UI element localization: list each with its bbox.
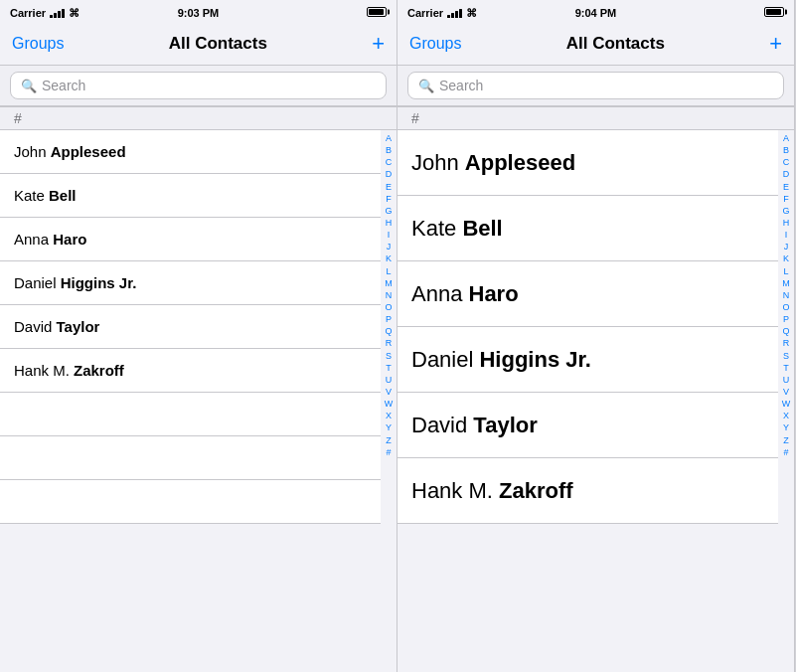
- list-item-empty: [0, 436, 381, 480]
- index-letter-t-right[interactable]: T: [783, 362, 789, 374]
- add-contact-button-left[interactable]: +: [372, 33, 385, 55]
- index-letter-y-left[interactable]: Y: [386, 421, 392, 433]
- index-sidebar-left: A B C D E F G H I J K L M N O P Q R S T …: [381, 130, 397, 672]
- index-letter-f-right[interactable]: F: [783, 193, 789, 205]
- index-letter-p-right[interactable]: P: [783, 313, 789, 325]
- index-letter-g-left[interactable]: G: [385, 205, 392, 217]
- index-letter-d-left[interactable]: D: [386, 168, 393, 180]
- index-letter-t-left[interactable]: T: [386, 362, 392, 374]
- contact-name: Kate Bell: [411, 216, 503, 242]
- search-bar-right[interactable]: 🔍 Search: [407, 72, 784, 99]
- index-letter-n-right[interactable]: N: [783, 289, 790, 301]
- search-icon-left: 🔍: [21, 79, 37, 93]
- index-letter-u-right[interactable]: U: [783, 374, 790, 386]
- contacts-list-left: John Appleseed Kate Bell Anna Haro Danie…: [0, 130, 381, 672]
- battery-icon-left: [367, 7, 387, 19]
- index-letter-g-right[interactable]: G: [782, 205, 789, 217]
- list-item[interactable]: David Taylor: [0, 305, 381, 349]
- index-letter-m-right[interactable]: M: [782, 277, 790, 289]
- index-letter-j-right[interactable]: J: [784, 241, 789, 252]
- index-letter-f-left[interactable]: F: [386, 193, 392, 205]
- battery-icon-right: [764, 7, 784, 19]
- groups-button-right[interactable]: Groups: [409, 35, 461, 53]
- left-panel: Carrier ⌘ 9:03 PM Groups All Contacts +: [0, 0, 398, 672]
- wifi-icon-left: [50, 8, 65, 18]
- index-letter-r-left[interactable]: R: [386, 337, 393, 349]
- index-letter-m-left[interactable]: M: [385, 277, 393, 289]
- contact-name: David Taylor: [411, 413, 538, 438]
- index-letter-w-left[interactable]: W: [385, 398, 394, 410]
- index-letter-s-left[interactable]: S: [386, 350, 392, 362]
- search-icon-right: 🔍: [418, 79, 434, 93]
- index-letter-b-left[interactable]: B: [386, 144, 392, 156]
- list-item[interactable]: Kate Bell: [398, 196, 778, 261]
- contact-name: Anna Haro: [14, 231, 86, 248]
- index-letter-h-left[interactable]: H: [386, 217, 393, 229]
- index-letter-o-left[interactable]: O: [385, 301, 392, 313]
- list-item[interactable]: Hank M. Zakroff: [398, 458, 778, 524]
- list-item[interactable]: Daniel Higgins Jr.: [0, 261, 381, 305]
- index-letter-l-right[interactable]: L: [783, 265, 788, 277]
- index-letter-z-left[interactable]: Z: [386, 434, 392, 446]
- list-item[interactable]: John Appleseed: [398, 130, 778, 196]
- index-letter-a-left[interactable]: A: [386, 132, 392, 144]
- index-letter-e-left[interactable]: E: [386, 181, 392, 193]
- index-letter-v-right[interactable]: V: [783, 386, 789, 398]
- index-letter-i-left[interactable]: I: [388, 229, 391, 241]
- wifi-icon-right: [447, 8, 462, 18]
- add-contact-button-right[interactable]: +: [769, 33, 782, 55]
- index-letter-e-right[interactable]: E: [783, 181, 789, 193]
- search-bar-left[interactable]: 🔍 Search: [10, 72, 387, 99]
- index-letter-q-left[interactable]: Q: [385, 325, 392, 337]
- index-letter-hash-left[interactable]: #: [386, 446, 391, 458]
- contact-name: Daniel Higgins Jr.: [14, 274, 136, 291]
- index-letter-a-right[interactable]: A: [783, 132, 789, 144]
- nav-title-left: All Contacts: [169, 34, 267, 54]
- index-letter-q-right[interactable]: Q: [782, 325, 789, 337]
- status-bar-right: Carrier ⌘ 9:04 PM: [398, 0, 794, 24]
- search-placeholder-right: Search: [439, 78, 483, 93]
- carrier-left: Carrier: [10, 7, 46, 19]
- list-item[interactable]: David Taylor: [398, 393, 778, 458]
- section-header-hash-left: #: [0, 106, 397, 130]
- wifi-symbol-right: ⌘: [466, 7, 477, 20]
- contact-name: Daniel Higgins Jr.: [411, 347, 591, 373]
- status-left-left: Carrier ⌘: [10, 7, 80, 20]
- index-letter-u-left[interactable]: U: [386, 374, 393, 386]
- index-letter-l-left[interactable]: L: [386, 265, 391, 277]
- index-letter-d-right[interactable]: D: [783, 168, 790, 180]
- index-letter-y-right[interactable]: Y: [783, 421, 789, 433]
- nav-bar-right: Groups All Contacts +: [398, 24, 794, 66]
- list-item[interactable]: Anna Haro: [0, 218, 381, 261]
- contacts-area-left: John Appleseed Kate Bell Anna Haro Danie…: [0, 130, 397, 672]
- index-letter-p-left[interactable]: P: [386, 313, 392, 325]
- list-item[interactable]: Anna Haro: [398, 261, 778, 327]
- index-letter-x-right[interactable]: X: [783, 410, 789, 421]
- groups-button-left[interactable]: Groups: [12, 35, 64, 53]
- index-letter-c-left[interactable]: C: [386, 156, 393, 168]
- index-letter-w-right[interactable]: W: [782, 398, 791, 410]
- index-letter-z-right[interactable]: Z: [783, 434, 789, 446]
- index-letter-r-right[interactable]: R: [783, 337, 790, 349]
- list-item[interactable]: Kate Bell: [0, 174, 381, 218]
- index-letter-x-left[interactable]: X: [386, 410, 392, 421]
- index-letter-i-right[interactable]: I: [785, 229, 788, 241]
- list-item[interactable]: Hank M. Zakroff: [0, 349, 381, 393]
- index-letter-c-right[interactable]: C: [783, 156, 790, 168]
- index-letter-h-right[interactable]: H: [783, 217, 790, 229]
- list-item[interactable]: John Appleseed: [0, 130, 381, 174]
- index-letter-n-left[interactable]: N: [386, 289, 393, 301]
- index-letter-s-right[interactable]: S: [783, 350, 789, 362]
- index-letter-v-left[interactable]: V: [386, 386, 392, 398]
- carrier-right: Carrier: [407, 7, 443, 19]
- index-letter-k-right[interactable]: K: [783, 252, 789, 264]
- index-letter-hash-right[interactable]: #: [783, 446, 788, 458]
- section-header-hash-right: #: [398, 106, 794, 130]
- contact-name: Kate Bell: [14, 187, 77, 204]
- index-letter-j-left[interactable]: J: [387, 241, 392, 252]
- status-bar-left: Carrier ⌘ 9:03 PM: [0, 0, 397, 24]
- list-item[interactable]: Daniel Higgins Jr.: [398, 327, 778, 393]
- index-letter-o-right[interactable]: O: [782, 301, 789, 313]
- index-letter-b-right[interactable]: B: [783, 144, 789, 156]
- index-letter-k-left[interactable]: K: [386, 252, 392, 264]
